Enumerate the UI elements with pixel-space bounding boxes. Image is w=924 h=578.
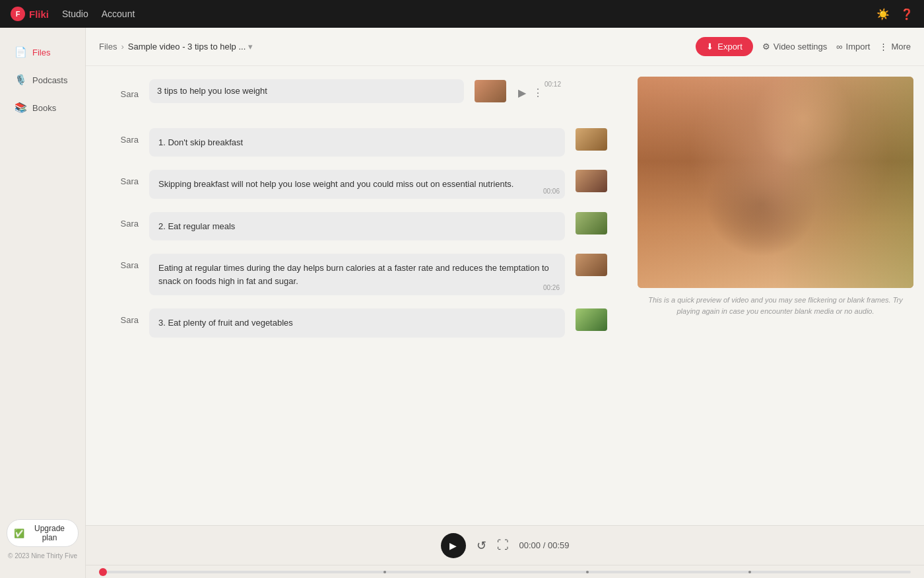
breadcrumb-separator: › [121, 42, 123, 52]
svg-point-8 [721, 181, 731, 196]
top-nav-right: ☀️ ❓ [876, 8, 913, 20]
timeline-track[interactable] [99, 571, 911, 573]
books-icon: 📚 [15, 102, 27, 114]
app-name: Fliki [29, 9, 49, 20]
time-display: 00:00 / 00:59 [519, 540, 570, 550]
thumbnail-1 [475, 80, 506, 102]
svg-rect-6 [717, 145, 736, 219]
svg-point-17 [765, 209, 792, 219]
play-icon-btn-1[interactable]: ▶ [517, 87, 527, 100]
svg-point-23 [752, 273, 756, 277]
total-time: 00:59 [548, 540, 570, 550]
svg-point-20 [686, 244, 871, 288]
script-content-3[interactable]: Skipping breakfast will not help you los… [149, 170, 565, 199]
content-area: Files › Sample video - 3 tips to help ..… [86, 28, 924, 578]
more-icon-btn-1[interactable]: ⋮ [531, 87, 544, 100]
video-settings-button[interactable]: ⚙ Video settings [762, 42, 827, 52]
more-label: More [891, 42, 911, 52]
nav-studio[interactable]: Studio [62, 9, 88, 19]
svg-point-12 [760, 176, 767, 183]
play-icon: ▶ [449, 540, 457, 551]
speaker-5: Sara [106, 254, 139, 270]
export-icon: ⬇ [706, 42, 713, 52]
more-button[interactable]: ⋮ More [879, 42, 911, 52]
script-content-6[interactable]: 3. Eat plenty of fruit and vegetables [149, 308, 565, 338]
sidebar: 📄 Files 🎙️ Podcasts 📚 Books ✅ Upgrade pl… [0, 28, 86, 578]
export-label: Export [717, 42, 742, 52]
logo[interactable]: F Fliki [11, 7, 49, 21]
toolbar-right: ⬇ Export ⚙ Video settings ∞ Import ⋮ Mor… [696, 37, 911, 56]
fullscreen-button[interactable]: ⛶ [497, 538, 509, 552]
check-icon: ✅ [14, 528, 24, 538]
script-text-3: Skipping breakfast will not help you los… [158, 179, 513, 189]
sidebar-item-books-label: Books [32, 103, 56, 113]
thumbnail-4 [576, 212, 607, 235]
timeline-section-2 [586, 571, 589, 573]
thumbnail-6 [576, 308, 607, 331]
time-3: 00:06 [543, 186, 560, 196]
play-button[interactable]: ▶ [441, 533, 466, 558]
timeline-section-3 [748, 571, 751, 573]
speaker-2: Sara [106, 128, 139, 145]
more-dots-icon: ⋮ [879, 42, 888, 52]
svg-rect-1 [638, 84, 913, 280]
thumbnail-3 [576, 170, 607, 192]
svg-point-21 [733, 266, 738, 270]
svg-point-27 [836, 255, 878, 282]
breadcrumb-dropdown-icon[interactable]: ▾ [248, 42, 253, 52]
export-button[interactable]: ⬇ Export [696, 37, 753, 56]
thumbnail-5 [576, 254, 607, 276]
current-time: 00:00 [519, 540, 541, 550]
script-row-6: Sara 3. Eat plenty of fruit and vegetabl… [106, 308, 607, 338]
video-preview [638, 77, 913, 288]
svg-rect-18 [766, 231, 791, 262]
import-label: Import [846, 42, 871, 52]
video-settings-label: Video settings [774, 42, 827, 52]
script-text-1: 3 tips to help you lose weight [157, 85, 456, 98]
sidebar-footer: ✅ Upgrade plan © 2023 Nine Thirty Five [0, 511, 85, 567]
script-row-1: Sara 3 tips to help you lose weight ▶ ⋮ [106, 79, 544, 103]
script-content-1[interactable]: 3 tips to help you lose weight [149, 79, 464, 103]
svg-rect-7 [834, 139, 849, 201]
svg-point-16 [774, 192, 783, 198]
svg-point-13 [796, 176, 803, 183]
sidebar-item-books[interactable]: 📚 Books [4, 95, 81, 120]
breadcrumb-files-link[interactable]: Files [99, 42, 117, 52]
svg-point-5 [717, 102, 840, 188]
timeline-playhead [99, 568, 107, 576]
svg-rect-3 [809, 84, 913, 207]
svg-point-22 [743, 260, 747, 264]
script-content-5[interactable]: Eating at regular times during the day h… [149, 254, 565, 295]
speaker-1: Sara [106, 83, 139, 99]
replay-button[interactable]: ↺ [477, 538, 486, 553]
brightness-icon[interactable]: ☀️ [876, 8, 890, 20]
top-navigation: F Fliki Studio Account ☀️ ❓ [0, 0, 924, 28]
sidebar-item-podcasts[interactable]: 🎙️ Podcasts [4, 67, 81, 92]
split-view: Sara 3 tips to help you lose weight ▶ ⋮ … [86, 66, 924, 525]
script-content-2[interactable]: 1. Don't skip breakfast [149, 128, 565, 157]
svg-point-10 [751, 174, 770, 184]
svg-rect-19 [776, 250, 781, 256]
logo-icon: F [11, 7, 25, 21]
thumbnail-2 [576, 128, 607, 151]
time-5: 00:26 [543, 283, 560, 293]
nav-account[interactable]: Account [102, 9, 135, 19]
svg-point-2 [736, 77, 913, 207]
player-bar: ▶ ↺ ⛶ 00:00 / 00:59 [86, 525, 924, 565]
sidebar-item-podcasts-label: Podcasts [32, 75, 67, 85]
script-row-3: Sara Skipping breakfast will not help yo… [106, 170, 607, 199]
timeline-bar [86, 565, 924, 578]
sidebar-item-files[interactable]: 📄 Files [4, 40, 81, 65]
copyright: © 2023 Nine Thirty Five [7, 552, 79, 560]
script-row-4: Sara 2. Eat regular meals [106, 212, 607, 241]
script-content-4[interactable]: 2. Eat regular meals [149, 212, 565, 241]
svg-rect-26 [846, 216, 851, 259]
main-layout: 📄 Files 🎙️ Podcasts 📚 Books ✅ Upgrade pl… [0, 28, 924, 578]
svg-point-9 [725, 193, 729, 197]
speaker-6: Sara [106, 308, 139, 325]
upgrade-plan-button[interactable]: ✅ Upgrade plan [7, 519, 79, 547]
time-separator: / [543, 540, 548, 550]
script-text-4: 2. Eat regular meals [158, 221, 235, 231]
import-button[interactable]: ∞ Import [836, 42, 870, 52]
help-icon[interactable]: ❓ [900, 8, 913, 20]
